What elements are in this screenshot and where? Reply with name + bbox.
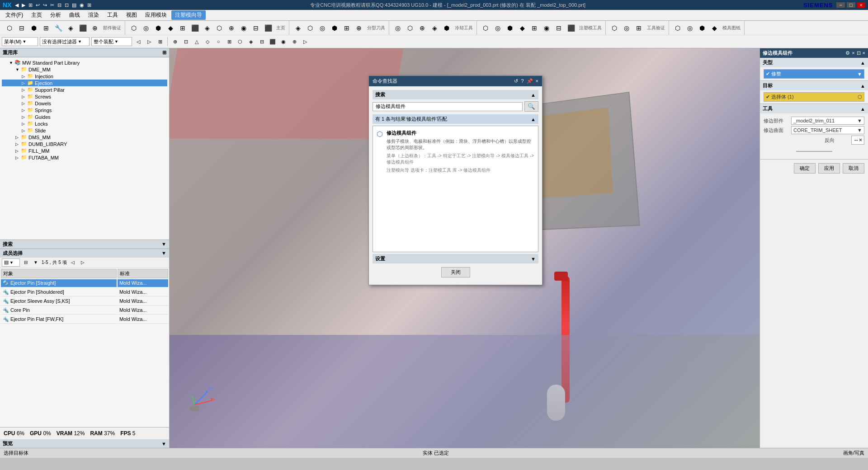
panel-close-icon[interactable]: × <box>852 50 854 56</box>
member-toggle[interactable]: ▼ <box>161 250 166 256</box>
dialog-header[interactable]: 命令查找器 ↺ ? 📌 × <box>369 76 542 86</box>
tb-main-12[interactable]: ⬛ <box>262 22 274 34</box>
tree-item-fill[interactable]: ▷ 📁 FILL_MM <box>2 147 167 154</box>
tb2-snap-2[interactable]: ⊡ <box>181 37 190 46</box>
tb-icon-10[interactable]: ◉ <box>79 2 85 8</box>
tb-split-1[interactable]: ◈ <box>292 22 304 34</box>
target-dropdown[interactable]: ✔ 选择体 (1) ⬡ <box>764 92 864 102</box>
menu-file[interactable]: 文件(F) <box>2 10 27 20</box>
trim-part-dropdown[interactable]: _model2_trim_011 ▼ <box>791 117 864 125</box>
dialog-close-icon[interactable]: × <box>536 78 538 84</box>
member-view-dropdown[interactable]: ▤ ▼ <box>2 258 20 267</box>
tb2-snap-6[interactable]: ⊞ <box>225 37 234 46</box>
tree-item-screws[interactable]: ▷ 📁 Screws <box>2 93 167 100</box>
tool-section-header[interactable]: 工具 ▲ <box>760 104 868 113</box>
member-row-3[interactable]: 🔩 Ejector Sleeve Assy [S,KS] Mold Wiza..… <box>1 297 168 306</box>
tb-main-8[interactable]: ⬡ <box>213 22 225 34</box>
tb-mold-4[interactable]: ◆ <box>516 22 528 34</box>
tb2-btn-1[interactable]: ◁ <box>134 37 143 46</box>
tb-mold-1[interactable]: ⬡ <box>480 22 491 34</box>
tb2-snap-4[interactable]: ◇ <box>203 37 212 46</box>
tree-item-futaba[interactable]: ▷ 📁 FUTABA_MM <box>2 154 167 161</box>
tb-verify-2[interactable]: ◎ <box>621 22 632 34</box>
tb-split-2[interactable]: ⬡ <box>304 22 316 34</box>
tb-icon-11[interactable]: ⊞ <box>86 2 92 8</box>
tb-main-1[interactable]: ⬡ <box>128 22 140 34</box>
menu-render[interactable]: 渲染 <box>85 10 103 20</box>
result-arrow[interactable]: ▲ <box>531 117 536 122</box>
tb-cool-1[interactable]: ◎ <box>392 22 404 34</box>
search-section-header[interactable]: 搜索 ▲ <box>373 90 538 99</box>
tb-main-3[interactable]: ⬢ <box>152 22 164 34</box>
settings-section[interactable]: 设置 ▼ <box>373 254 538 263</box>
menu-tools[interactable]: 工具 <box>104 10 122 20</box>
tb-cool-3[interactable]: ⊕ <box>416 22 428 34</box>
tb-btn-6[interactable]: ◈ <box>65 22 76 34</box>
tb-cool-4[interactable]: ◈ <box>429 22 440 34</box>
target-section-header[interactable]: 目标 ▲ <box>760 81 868 90</box>
close-button[interactable]: 关闭 <box>441 267 470 277</box>
reuse-library-header[interactable]: 重用库 ⊞ <box>0 48 169 57</box>
tree-item-springs[interactable]: ▷ 📁 Springs <box>2 107 167 113</box>
member-row-4[interactable]: 🔩 Core Pin Mold Wiza... <box>1 306 168 315</box>
tb-cool-5[interactable]: ⬢ <box>441 22 453 34</box>
member-filter-btn[interactable]: ⊟ <box>22 258 30 267</box>
tb-main-4[interactable]: ◆ <box>165 22 176 34</box>
tree-item-injection[interactable]: ▷ 📁 Injection <box>2 73 167 80</box>
type-dropdown[interactable]: ✔ 修整 ▼ <box>764 69 864 79</box>
tree-item-locks[interactable]: ▷ 📁 Locks <box>2 120 167 127</box>
maximize-button[interactable]: □ <box>847 2 855 8</box>
member-filter-btn2[interactable]: ▼ <box>32 258 40 267</box>
tb2-view-3[interactable]: ◉ <box>279 37 288 46</box>
tb-main-7[interactable]: ◈ <box>201 22 213 34</box>
menu-curve[interactable]: 曲线 <box>66 10 84 20</box>
tree-item-ejection[interactable]: ▷ 📁 Ejection <box>2 80 167 86</box>
tb-icon-7[interactable]: ⊟ <box>57 2 62 8</box>
tb2-snap-7[interactable]: ⬡ <box>236 37 245 46</box>
tb-mold-6[interactable]: ◉ <box>541 22 552 34</box>
tree-item-dme[interactable]: ▼ 📁 DME_MM <box>2 66 167 73</box>
tree-item-dowels[interactable]: ▷ 📁 Dowels <box>2 100 167 107</box>
apply-button[interactable]: 应用 <box>818 163 840 174</box>
menu-view[interactable]: 视图 <box>123 10 141 20</box>
menu-analysis[interactable]: 分析 <box>47 10 65 20</box>
member-nav-next[interactable]: ▷ <box>79 258 87 267</box>
tree-item-support[interactable]: ▷ 📁 Support Pillar <box>2 86 167 93</box>
tb-icon-8[interactable]: ⊡ <box>64 2 70 8</box>
type-section-header[interactable]: 关型 ▲ <box>760 58 868 67</box>
dialog-refresh-icon[interactable]: ↺ <box>514 78 518 84</box>
cancel-button[interactable]: 取消 <box>843 163 864 174</box>
tree-item-slide[interactable]: ▷ 📁 Slide <box>2 127 167 134</box>
tb-split-4[interactable]: ⬢ <box>329 22 340 34</box>
tb-main-11[interactable]: ⊟ <box>250 22 262 34</box>
member-nav-prev[interactable]: ◁ <box>69 258 77 267</box>
tb-mold-8[interactable]: ⬛ <box>565 22 577 34</box>
tb-btn-8[interactable]: ⊕ <box>89 22 101 34</box>
dialog-help-icon[interactable]: ? <box>521 78 524 84</box>
tb2-view-5[interactable]: ▷ <box>301 37 310 46</box>
dialog-pin-icon[interactable]: 📌 <box>527 78 533 84</box>
tb-main-9[interactable]: ⊕ <box>226 22 237 34</box>
tb-btn-2[interactable]: ⊟ <box>16 22 28 34</box>
tb2-snap-5[interactable]: ○ <box>214 37 223 46</box>
tb-icon-9[interactable]: ▤ <box>71 2 77 8</box>
tb-main-6[interactable]: ⬛ <box>189 22 201 34</box>
menu-appmodule[interactable]: 应用模块 <box>142 10 170 20</box>
dropdown-filter[interactable]: 没有选择过滤器 ▼ <box>40 37 90 46</box>
search-input[interactable] <box>373 102 523 111</box>
tb-main-2[interactable]: ◎ <box>140 22 152 34</box>
tb-verify-3[interactable]: ⊞ <box>633 22 645 34</box>
member-row-5[interactable]: 🔩 Ejector Pin Flat [FW,FK] Mold Wiza... <box>1 315 168 324</box>
member-header[interactable]: 成员选择 ▼ <box>0 249 169 258</box>
tb2-view-4[interactable]: ⊕ <box>290 37 299 46</box>
tb2-snap-8[interactable]: ◈ <box>246 37 255 46</box>
tb-icon-3[interactable]: ⊞ <box>28 2 33 8</box>
dropdown-assembly-mode[interactable]: 菜单(M) ▼ <box>2 37 38 46</box>
tb2-view-2[interactable]: ⬛ <box>268 37 277 46</box>
tb-mold-5[interactable]: ⊞ <box>528 22 540 34</box>
tree-item-guides[interactable]: ▷ 📁 Guides <box>2 113 167 120</box>
minimize-button[interactable]: − <box>836 2 844 8</box>
tb-draw-4[interactable]: ◆ <box>708 22 720 34</box>
panel-detach-icon[interactable]: ⊡ <box>857 50 861 56</box>
tb-icon-2[interactable]: ▶ <box>21 2 26 8</box>
